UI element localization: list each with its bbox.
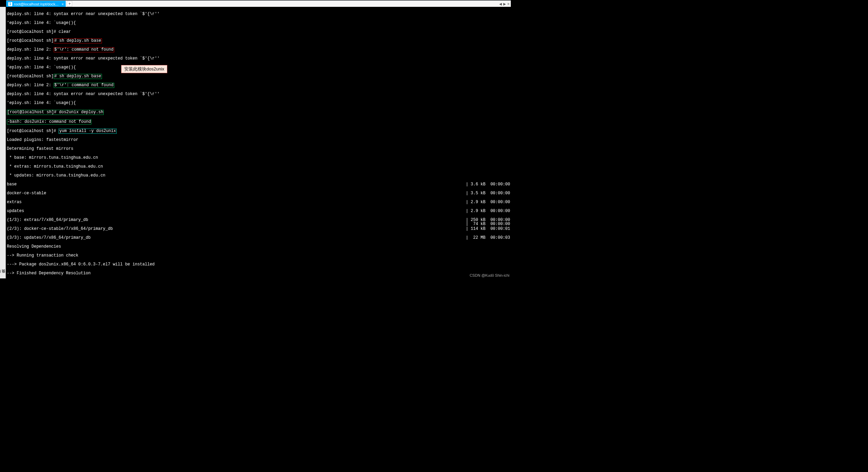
term-line: Loaded plugins: fastestmirror [7,138,510,142]
tab-active[interactable]: 1 root@localhost:/opt/dock... × [6,1,66,7]
red-highlight: $'\r': command not found [54,47,114,52]
term-line: (2/3): docker-ce-stable/7/x86_64/primary… [7,227,510,231]
right-column-overlay: | 74 kB 00:00:00 1/1 1/1 [466,213,510,278]
tab-nav: ◀ ▶ ≡ [499,1,511,7]
term-line: deploy.sh: line 2: $'\r': command not fo… [7,48,510,52]
term-line: ---> Package dos2unix.x86_64 0:6.0.3-7.e… [7,262,510,267]
term-line: (3/3): updates/7/x86_64/primary_db| 22 M… [7,236,510,240]
term-line: updates| 2.9 kB 00:00:00 [7,209,510,213]
green-highlight: $'\r': command not found [54,83,114,88]
nav-right-icon[interactable]: ▶ [503,2,506,6]
term-line: 'eploy.sh: line 4: `usage(){ [7,65,510,70]
close-icon[interactable]: × [62,2,64,6]
term-line: --> Running transaction check [7,253,510,258]
green-highlight: [root@localhost sh]# dos2unix deploy.sh [7,110,104,115]
term-line: --> Finished Dependency Resolution [7,271,510,276]
sidebar: 协议交互 会话管理器 [0,7,6,278]
teal-highlight: yum install -y dos2unix [59,129,117,134]
term-line: deploy.sh: line 4: syntax error near une… [7,92,510,96]
term-line: 'eploy.sh: line 4: `usage(){ [7,101,510,105]
term-line: [root@localhost sh]# sh deploy.sh base [7,74,510,79]
nav-menu-icon[interactable]: ≡ [507,2,509,6]
term-line: Resolving Dependencies [7,245,510,249]
term-line: deploy.sh: line 4: syntax error near une… [7,12,510,16]
add-tab-button[interactable]: + [67,1,72,6]
term-line: [root@localhost sh]# sh deploy.sh base [7,39,510,43]
term-line: extras| 2.9 kB 00:00:00 [7,200,510,205]
term-line: 'eploy.sh: line 4: `usage(){ [7,21,510,25]
green-highlight: -bash: dos2unix: command not found [7,119,91,124]
term-line: deploy.sh: line 2: $'\r': command not fo… [7,83,510,88]
nav-left-icon[interactable]: ◀ [499,2,502,6]
tab-bar: 1 root@localhost:/opt/dock... × + ◀ ▶ ≡ [6,0,511,7]
tab-number: 1 [8,2,12,6]
tab-title: root@localhost:/opt/dock... [14,2,59,6]
sidebar-tab-1[interactable]: 协议交互 [1,9,5,276]
watermark: CSDN @Kudō Shin-ichi [470,273,509,278]
sidebar-tab-2[interactable]: 会话管理器 [0,9,1,276]
terminal-output[interactable]: deploy.sh: line 4: syntax error near une… [6,7,511,278]
annotation-callout: 安装此模块dos2unix [121,65,167,73]
term-line: docker-ce-stable| 3.5 kB 00:00:00 [7,191,510,196]
term-line: base| 3.6 kB 00:00:00 [7,182,510,187]
term-line: (1/3): extras/7/x86_64/primary_db| 250 k… [7,218,510,222]
term-line: deploy.sh: line 4: syntax error near une… [7,56,510,61]
term-line: [root@localhost sh]# clear [7,30,510,34]
term-line: * extras: mirrors.tuna.tsinghua.edu.cn [7,165,510,169]
green-highlight: # sh deploy.sh base [54,74,102,79]
term-line: * updates: mirrors.tuna.tsinghua.edu.cn [7,173,510,178]
term-line: [root@localhost sh]# yum install -y dos2… [7,129,510,133]
red-highlight: # sh deploy.sh base [54,38,102,43]
term-line: * base: mirrors.tuna.tsinghua.edu.cn [7,156,510,160]
term-line: Determining fastest mirrors [7,147,510,151]
